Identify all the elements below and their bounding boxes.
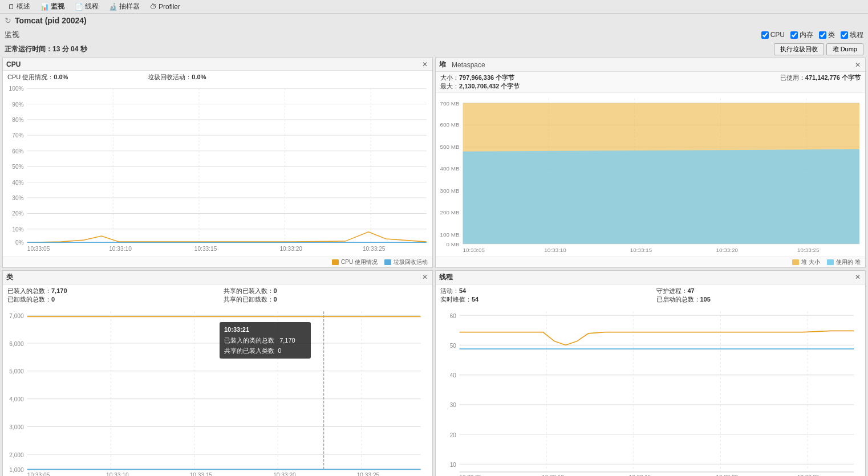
heap-chart-area: 700 MB 600 MB 500 MB 400 MB 300 MB 200 M… (436, 93, 865, 257)
svg-text:10: 10 (450, 461, 456, 468)
heap-legend-total: 堆 大小 (792, 258, 820, 266)
svg-text:6,000: 6,000 (9, 339, 23, 347)
class-panel-title: 类 (6, 272, 13, 282)
heap-legend: 堆 大小 使用的 堆 (436, 257, 865, 267)
svg-text:100%: 100% (9, 86, 24, 92)
svg-text:4,000: 4,000 (9, 395, 23, 402)
svg-text:10:33:05: 10:33:05 (27, 246, 50, 252)
svg-text:10:33:10: 10:33:10 (542, 473, 564, 476)
cpu-chart-svg: 100% 90% 80% 70% 60% 50% 40% 30% 20% 10%… (3, 83, 432, 257)
heap-dump-button[interactable]: 堆 Dump (826, 43, 863, 55)
svg-text:10:33:15: 10:33:15 (194, 246, 217, 252)
nav-monitor[interactable]: 📊 监视 (36, 1, 69, 13)
heap-stats-row: 大小：797,966,336 个字节 最大：2,130,706,432 个字节 … (436, 72, 865, 93)
monitor-label: 监视 (5, 30, 19, 40)
svg-text:10%: 10% (12, 226, 23, 233)
heap-panel: 堆 Metaspace ✕ 大小：797,966,336 个字节 最大：2,13… (435, 58, 866, 268)
svg-text:60: 60 (450, 312, 456, 319)
heap-legend-used: 使用的 堆 (827, 258, 861, 266)
heap-size-stat: 大小：797,966,336 个字节 (440, 74, 651, 82)
class-stats: 已装入的总数：7,170 已卸载的总数：0 共享的已装入数：0 共享的已卸载数：… (3, 284, 432, 305)
checkbox-group: CPU 内存 类 线程 (761, 30, 863, 40)
cpu-panel-header: CPU ✕ (3, 58, 432, 71)
cpu-legend: CPU 使用情况 垃圾回收活动 (3, 257, 432, 267)
heap-subtitle: Metaspace (452, 61, 485, 69)
nav-bar: 🗒 概述 📊 监视 📄 线程 🔬 抽样器 ⏱ Profiler (0, 0, 868, 14)
app-title: Tomcat (pid 20024) (15, 16, 87, 25)
svg-text:10:33:05: 10:33:05 (460, 473, 482, 476)
svg-text:10:33:25: 10:33:25 (797, 247, 820, 253)
svg-text:400 MB: 400 MB (440, 165, 460, 172)
svg-text:10:33:15: 10:33:15 (629, 473, 651, 476)
thread-daemon-stat: 守护进程：47 (656, 287, 861, 295)
svg-text:20%: 20% (12, 210, 23, 217)
title-bar: ↻ Tomcat (pid 20024) (0, 14, 868, 27)
svg-text:10:33:10: 10:33:10 (544, 247, 566, 253)
uptime-text: 正常运行时间：13 分 04 秒 (5, 44, 87, 54)
svg-text:10:33:10: 10:33:10 (106, 471, 129, 476)
cpu-chart-area: 100% 90% 80% 70% 60% 50% 40% 30% 20% 10%… (3, 83, 432, 257)
monitor-icon: 📊 (40, 3, 49, 11)
class-chart-svg: 7,000 6,000 5,000 4,000 3,000 2,000 1,00… (3, 305, 432, 477)
svg-text:7,000: 7,000 (9, 312, 23, 319)
nav-sampler[interactable]: 🔬 抽样器 (104, 1, 144, 13)
nav-sampler-label: 抽样器 (119, 2, 140, 11)
svg-text:10:33:25: 10:33:25 (363, 246, 386, 252)
gc-button[interactable]: 执行垃圾回收 (774, 43, 824, 55)
profiler-icon: ⏱ (150, 3, 157, 11)
svg-text:1,000: 1,000 (9, 466, 23, 473)
nav-monitor-label: 监视 (51, 2, 64, 11)
svg-text:10:33:25: 10:33:25 (797, 473, 820, 476)
svg-text:700 MB: 700 MB (440, 100, 460, 107)
svg-text:50: 50 (450, 341, 456, 349)
heap-panel-close[interactable]: ✕ (854, 61, 862, 69)
svg-text:90%: 90% (12, 101, 23, 108)
svg-marker-53 (463, 149, 860, 244)
cpu-legend-cpu: CPU 使用情况 (332, 258, 378, 266)
svg-text:200 MB: 200 MB (440, 209, 460, 215)
cpu-legend-gc: 垃圾回收活动 (384, 258, 428, 266)
checkbox-class[interactable]: 类 (819, 30, 835, 40)
cpu-gc-stat: 垃圾回收活动：0.0% (148, 73, 206, 82)
heap-max-stat: 最大：2,130,706,432 个字节 (440, 82, 651, 91)
checkbox-memory[interactable]: 内存 (790, 30, 813, 40)
svg-text:5,000: 5,000 (9, 367, 23, 375)
svg-text:10:33:05: 10:33:05 (27, 471, 50, 476)
uptime-bar: 正常运行时间：13 分 04 秒 执行垃圾回收 堆 Dump (0, 42, 868, 58)
thread-stats: 活动：54 实时峰值：54 守护进程：47 已启动的总数：105 (436, 284, 865, 305)
class-panel-close[interactable]: ✕ (421, 273, 429, 281)
checkbox-thread[interactable]: 线程 (841, 30, 863, 40)
nav-overview-label: 概述 (17, 2, 30, 11)
svg-text:40: 40 (450, 371, 456, 379)
thread-started-stat: 已启动的总数：105 (656, 295, 861, 304)
checkbox-cpu[interactable]: CPU (761, 31, 785, 39)
svg-text:30%: 30% (12, 195, 23, 201)
class-panel-header: 类 ✕ (3, 271, 432, 284)
svg-text:10:33:10: 10:33:10 (109, 246, 132, 252)
overview-icon: 🗒 (8, 3, 15, 11)
nav-threads-label: 线程 (85, 2, 99, 11)
svg-text:10:33:05: 10:33:05 (463, 247, 485, 253)
svg-text:300 MB: 300 MB (440, 188, 460, 194)
cpu-panel-close[interactable]: ✕ (421, 60, 429, 68)
class-chart-area: 7,000 6,000 5,000 4,000 3,000 2,000 1,00… (3, 305, 432, 477)
svg-text:10:33:20: 10:33:20 (273, 471, 296, 476)
class-loaded-stat: 已装入的总数：7,170 (7, 287, 212, 295)
nav-threads[interactable]: 📄 线程 (70, 1, 103, 13)
nav-profiler-label: Profiler (159, 3, 180, 11)
svg-text:0 MB: 0 MB (447, 241, 460, 247)
svg-text:40%: 40% (12, 180, 23, 186)
heap-panel-header: 堆 Metaspace ✕ (436, 58, 865, 72)
cpu-usage-stat: CPU 使用情况：0.0% (7, 73, 68, 82)
svg-text:30: 30 (450, 401, 456, 408)
refresh-icon[interactable]: ↻ (5, 16, 11, 25)
svg-text:10:33:15: 10:33:15 (630, 247, 652, 253)
heap-total-color (792, 259, 799, 265)
svg-text:10:33:20: 10:33:20 (716, 247, 738, 253)
cpu-panel: CPU ✕ CPU 使用情况：0.0% 垃圾回收活动：0.0% 100% 90%… (2, 58, 433, 268)
nav-overview[interactable]: 🗒 概述 (3, 1, 35, 13)
svg-text:500 MB: 500 MB (440, 144, 460, 150)
monitor-header: 监视 CPU 内存 类 线程 (0, 27, 868, 42)
nav-profiler[interactable]: ⏱ Profiler (145, 2, 185, 12)
thread-panel-close[interactable]: ✕ (854, 273, 862, 281)
